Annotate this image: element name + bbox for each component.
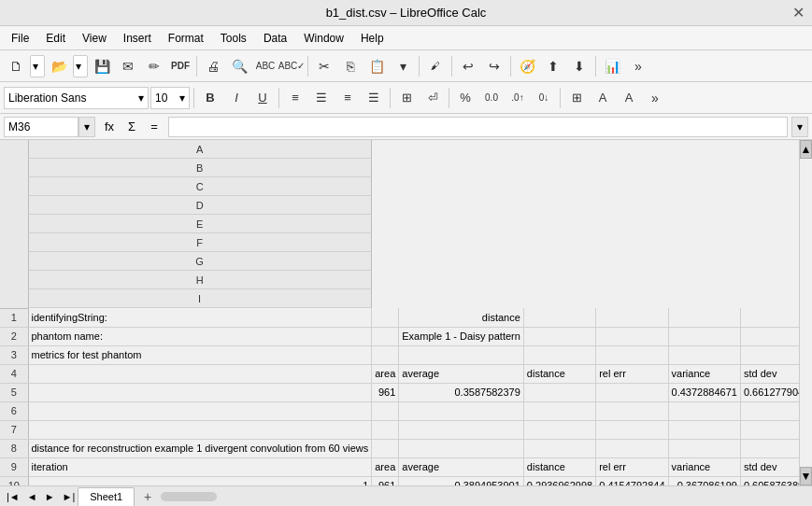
undo-button[interactable]: ↩ xyxy=(456,54,480,78)
col-header-H[interactable]: H xyxy=(29,271,372,289)
cell-5-F[interactable]: 0.4372884671 xyxy=(668,383,740,401)
menu-data[interactable]: Data xyxy=(256,30,294,47)
sheet-first-button[interactable]: |◄ xyxy=(4,491,22,502)
cell-3-G[interactable] xyxy=(740,345,799,364)
cell-2-G[interactable] xyxy=(740,327,799,345)
new-button[interactable]: 🗋 xyxy=(4,54,28,78)
bold-button[interactable]: B xyxy=(198,86,222,110)
cell-6-G[interactable] xyxy=(740,401,799,420)
cell-9-C[interactable]: average xyxy=(399,457,524,476)
font-name-box[interactable]: Liberation Sans ▾ xyxy=(4,87,149,109)
paste-button[interactable]: 📋 xyxy=(364,54,389,78)
sum-icon[interactable]: Σ xyxy=(121,117,142,137)
menu-view[interactable]: View xyxy=(75,30,114,47)
cell-1-G[interactable] xyxy=(740,308,799,327)
menu-file[interactable]: File xyxy=(4,30,36,47)
cell-8-D[interactable] xyxy=(523,439,595,457)
cell-3-D[interactable] xyxy=(523,345,595,364)
cell-2-F[interactable] xyxy=(668,327,740,345)
cell-ref-dropdown[interactable]: ▾ xyxy=(78,117,95,137)
cell-10-D[interactable]: 0.2936962998 xyxy=(523,476,595,485)
cell-2-E[interactable] xyxy=(596,327,668,345)
cell-7-E[interactable] xyxy=(596,420,668,439)
cell-1-F[interactable] xyxy=(668,308,740,327)
function-wizard-icon[interactable]: fx xyxy=(99,117,120,137)
cell-3-B[interactable] xyxy=(372,345,399,364)
scroll-track[interactable] xyxy=(800,159,812,467)
cell-6-B[interactable] xyxy=(372,401,399,420)
cell-4-A[interactable] xyxy=(28,364,372,383)
cell-5-G[interactable]: 0.6612779046 xyxy=(740,383,799,401)
cell-4-B[interactable]: area xyxy=(372,364,399,383)
cell-8-B[interactable] xyxy=(372,439,399,457)
more-button[interactable]: » xyxy=(626,54,650,78)
cell-1-E[interactable] xyxy=(596,308,668,327)
more-format-button[interactable]: » xyxy=(643,86,667,110)
cell-5-B[interactable]: 961 xyxy=(372,383,399,401)
menu-insert[interactable]: Insert xyxy=(116,30,159,47)
cell-3-E[interactable] xyxy=(596,345,668,364)
cell-9-E[interactable]: rel err xyxy=(596,457,668,476)
align-center-button[interactable]: ☰ xyxy=(309,86,334,110)
copy-button[interactable]: ⎘ xyxy=(338,54,363,78)
cell-7-F[interactable] xyxy=(668,420,740,439)
col-header-I[interactable]: I xyxy=(29,289,372,308)
col-header-A[interactable]: A xyxy=(29,140,372,159)
close-button[interactable]: ✕ xyxy=(792,4,805,21)
cell-9-F[interactable]: variance xyxy=(668,457,740,476)
cell-5-A[interactable] xyxy=(28,383,372,401)
scroll-up-button[interactable]: ▲ xyxy=(800,140,812,159)
merge-cells-button[interactable]: ⊞ xyxy=(394,86,419,110)
save-button[interactable]: 💾 xyxy=(90,54,114,78)
highlighting-button[interactable]: A xyxy=(591,86,615,110)
align-right-button[interactable]: ≡ xyxy=(335,86,360,110)
cell-6-C[interactable] xyxy=(399,401,524,420)
navigator-button[interactable]: 🧭 xyxy=(515,54,539,78)
cell-8-F[interactable] xyxy=(668,439,740,457)
cell-5-E[interactable] xyxy=(596,383,668,401)
sheet-next-button[interactable]: ► xyxy=(42,491,58,502)
scrollbar-thumb[interactable] xyxy=(161,492,217,501)
open-button[interactable]: 📂 xyxy=(47,54,71,78)
col-header-B[interactable]: B xyxy=(29,159,372,177)
sheet-last-button[interactable]: ►| xyxy=(60,491,78,502)
menu-help[interactable]: Help xyxy=(353,30,392,47)
cell-1-B[interactable] xyxy=(372,308,399,327)
cell-reference-box[interactable]: M36 xyxy=(4,117,78,137)
paste-dropdown[interactable]: ▾ xyxy=(391,54,415,78)
col-header-G[interactable]: G xyxy=(29,252,372,271)
email-button[interactable]: ✉ xyxy=(116,54,140,78)
sheet-prev-button[interactable]: ◄ xyxy=(24,491,40,502)
align-left-button[interactable]: ≡ xyxy=(283,86,307,110)
cell-1-D[interactable] xyxy=(523,308,595,327)
pdf-button[interactable]: PDF xyxy=(168,54,192,78)
formula-input[interactable] xyxy=(168,117,788,137)
percent-button[interactable]: % xyxy=(453,86,477,110)
cut-button[interactable]: ✂ xyxy=(312,54,336,78)
cell-10-F[interactable]: 0.367086199 xyxy=(668,476,740,485)
cell-6-A[interactable] xyxy=(28,401,372,420)
formula-expand-button[interactable]: ▾ xyxy=(791,117,808,137)
cell-9-G[interactable]: std dev xyxy=(740,457,799,476)
borders-button[interactable]: ⊞ xyxy=(564,86,589,110)
col-header-F[interactable]: F xyxy=(29,233,372,252)
cell-6-D[interactable] xyxy=(523,401,595,420)
sort-asc-button[interactable]: ⬆ xyxy=(541,54,565,78)
cell-9-B[interactable]: area xyxy=(372,457,399,476)
cell-2-B[interactable] xyxy=(372,327,399,345)
scroll-down-button[interactable]: ▼ xyxy=(800,467,812,485)
justify-button[interactable]: ☰ xyxy=(362,86,386,110)
underline-button[interactable]: U xyxy=(250,86,275,110)
menu-tools[interactable]: Tools xyxy=(213,30,254,47)
thousands-button[interactable]: 0.0 xyxy=(479,86,504,110)
cell-1-C[interactable]: distance xyxy=(399,308,524,327)
clone-button[interactable]: 🖌 xyxy=(423,54,448,78)
cell-7-A[interactable] xyxy=(28,420,372,439)
sheet-add-button[interactable]: + xyxy=(138,487,157,506)
cell-8-C[interactable] xyxy=(399,439,524,457)
cell-3-A[interactable]: metrics for test phantom xyxy=(28,345,372,364)
cell-10-G[interactable]: 0.6058763892 xyxy=(740,476,799,485)
preview-button[interactable]: 🔍 xyxy=(227,54,251,78)
decrease-decimal-button[interactable]: 0↓ xyxy=(532,86,556,110)
cell-4-E[interactable]: rel err xyxy=(596,364,668,383)
